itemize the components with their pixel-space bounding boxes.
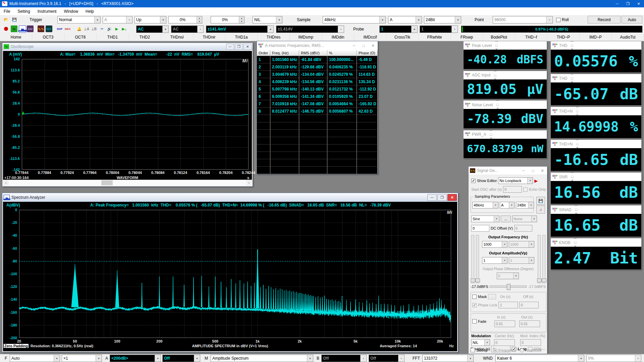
output-level-slider-a1[interactable] [471, 235, 474, 283]
slider-thumb[interactable] [471, 279, 475, 282]
maximize-button[interactable]: □ [493, 103, 502, 107]
meter-title-bar[interactable]: DDP⊕ADC Input─□✕ [464, 71, 547, 79]
meter-title-bar[interactable]: DDP⊕SNR─□✕ [551, 173, 641, 181]
meter-title-bar[interactable]: DDP⊕PWR_A─□✕ [464, 130, 547, 139]
table-row[interactable]: 66.009358 kHz-141.34 dBV0.0105920 %23.07… [257, 93, 378, 100]
probe-a-select[interactable]: 1▼ [379, 25, 418, 33]
auto-button[interactable]: Auto [622, 16, 642, 23]
freq-reject-select[interactable]: NIL▼ [253, 16, 282, 23]
speaker-icon[interactable]: 🔊 [106, 25, 113, 32]
save-file-icon[interactable]: 💾 [11, 16, 18, 23]
coupling-a-select[interactable]: AC▼ [136, 25, 169, 33]
table-row-empty[interactable] [257, 137, 378, 144]
run-icon[interactable]: ▶ [113, 25, 120, 32]
table-row[interactable]: 22.003119 kHz-129.66 dBV0.0406235 %-116.… [257, 63, 378, 71]
table-row-empty[interactable] [257, 167, 378, 174]
device-test-plan-icon[interactable]: DUT [46, 25, 52, 32]
table-row[interactable]: 88.012477 kHz-146.75 dBV0.0056807 %42.63… [257, 108, 378, 115]
maximize-button[interactable]: □ [567, 76, 577, 80]
meter-title-bar[interactable]: DDP⊕THD+N─□✕ [551, 140, 641, 148]
output-level-slider-b1[interactable] [538, 235, 541, 283]
panel-tab-crosstlk[interactable]: CrossTlk [386, 34, 419, 41]
minimize-button[interactable]: ─ [490, 69, 500, 73]
multimeter-icon[interactable]: 888 [27, 25, 34, 32]
menu-item-help[interactable]: Help [82, 7, 98, 15]
panel-tab-imdsmp[interactable]: IMDsmp [290, 34, 322, 41]
maximize-button[interactable]: ❐ [623, 0, 633, 7]
meter-title-bar[interactable]: DDP⊕THD─□✕ [551, 74, 641, 82]
siggen-rate-select[interactable]: 48kHz▼ [472, 202, 498, 208]
measurement-mode-select[interactable]: Amplitude Spectrum▼ [211, 355, 313, 362]
balance-slider[interactable] [490, 286, 527, 288]
spectrum-title-bar[interactable]: ▂▅▃ Spectrum Analyzer ─ ❐ ✕ [2, 193, 458, 202]
minimize-button[interactable]: ─ [571, 203, 581, 207]
table-row-empty[interactable] [257, 152, 378, 159]
minimize-button[interactable]: ─ [571, 236, 580, 240]
meter-title-bar[interactable]: DDP⊕THD+N─□✕ [551, 107, 641, 115]
close-button[interactable]: ✕ [447, 194, 457, 201]
slider-thumb[interactable] [475, 279, 480, 282]
minimize-button[interactable]: ─ [350, 41, 359, 50]
table-row[interactable]: 44.006239 kHz-134.56 dBV0.0231136 %135.3… [257, 78, 378, 85]
column-header[interactable]: RMS (dBV) [299, 50, 327, 56]
close-button[interactable]: ✕ [633, 0, 644, 7]
record-button[interactable]: Record [588, 16, 621, 23]
minimize-button[interactable]: ─ [486, 128, 495, 132]
table-row-empty[interactable] [257, 144, 378, 152]
run-record-icon[interactable]: ▶₀ [121, 25, 127, 32]
trigger-level-spinner[interactable]: 0%▲▼ [168, 16, 202, 23]
minimize-button[interactable]: ─ [612, 0, 623, 7]
slider-thumb[interactable] [542, 279, 546, 282]
ddc-icon[interactable]: DDC [64, 25, 71, 32]
output-level-slider-b2[interactable] [542, 235, 545, 283]
minimize-button[interactable]: ─ [567, 72, 577, 76]
a-range-select[interactable]: <200dB>▼ [110, 355, 161, 362]
spectrum-canvas[interactable] [19, 210, 451, 338]
close-button[interactable]: ✕ [244, 44, 252, 50]
waveform-more-button[interactable]: ... [501, 216, 511, 222]
restore-button[interactable]: ❐ [235, 44, 243, 50]
scroll-track[interactable] [9, 180, 246, 186]
panel-tab-thd1[interactable]: THD1 [97, 34, 129, 41]
harmonics-title-bar[interactable]: DDP▦ A-Harmonic Frequencies, RMS... ─ □ … [257, 41, 378, 50]
minimize-button[interactable]: ─ [567, 39, 577, 43]
table-row-empty[interactable] [257, 122, 378, 130]
column-header[interactable]: Freq. (Hz) [270, 50, 299, 56]
panel-tab-thd~f[interactable]: THD~f [515, 34, 547, 41]
panel-tab-imdccif[interactable]: IMDccif [354, 34, 386, 41]
panel-tab-thd2[interactable]: THD2 [129, 34, 161, 41]
bit-depth-select[interactable]: 24Bit▼ [424, 16, 461, 23]
panel-tab-home[interactable]: Home [0, 34, 32, 41]
osc-hscrollbar[interactable]: ‹ › [3, 180, 252, 186]
probe-calibration-icon[interactable]: ✂ [99, 25, 105, 32]
table-row-empty[interactable] [257, 115, 378, 122]
trigger-edge-select[interactable]: Up▼ [135, 16, 166, 23]
panel-tab-imddin[interactable]: IMDdin [322, 34, 354, 41]
fade-checkbox[interactable] [472, 319, 477, 323]
spin-down-icon[interactable]: ▼ [239, 20, 244, 23]
panel-tab-imd~p[interactable]: IMD~P [580, 34, 612, 41]
mask-checkbox[interactable] [472, 295, 477, 299]
maximize-button[interactable]: □ [567, 43, 577, 47]
sampling-channel-select[interactable]: A▼ [388, 16, 422, 23]
meter-title-bar[interactable]: DDP⊕ENOB─□✕ [551, 238, 641, 247]
menu-item-window[interactable]: Window [60, 7, 82, 15]
panel-tab-frswp[interactable]: FRswp [451, 34, 483, 41]
scroll-thumb[interactable] [101, 180, 113, 185]
panel-tab-thdnir[interactable]: THDnir [193, 34, 225, 41]
sweep-checkbox[interactable] [471, 348, 475, 352]
menu-item-instrument[interactable]: Instrument [34, 7, 60, 15]
ground-b-icon[interactable]: ⊥B [91, 25, 97, 32]
maximize-button[interactable]: □ [492, 43, 501, 47]
scroll-left-icon[interactable]: ‹ [3, 180, 9, 186]
table-row[interactable]: 33.004679 kHz-134.04 dBV0.0245279 %114.6… [257, 71, 378, 78]
maximize-button[interactable]: □ [573, 109, 582, 113]
column-header[interactable]: Phase (D) [357, 50, 378, 56]
minimize-button[interactable]: ─ [492, 39, 501, 43]
maximize-button[interactable]: □ [568, 175, 577, 179]
oscilloscope-canvas[interactable] [22, 59, 249, 170]
minimize-button[interactable]: ─ [573, 105, 582, 109]
panel-tab-thdres[interactable]: THDres [258, 34, 290, 41]
freq-a-select[interactable]: 1000▼ [482, 241, 507, 248]
slider-thumb[interactable] [507, 284, 511, 290]
